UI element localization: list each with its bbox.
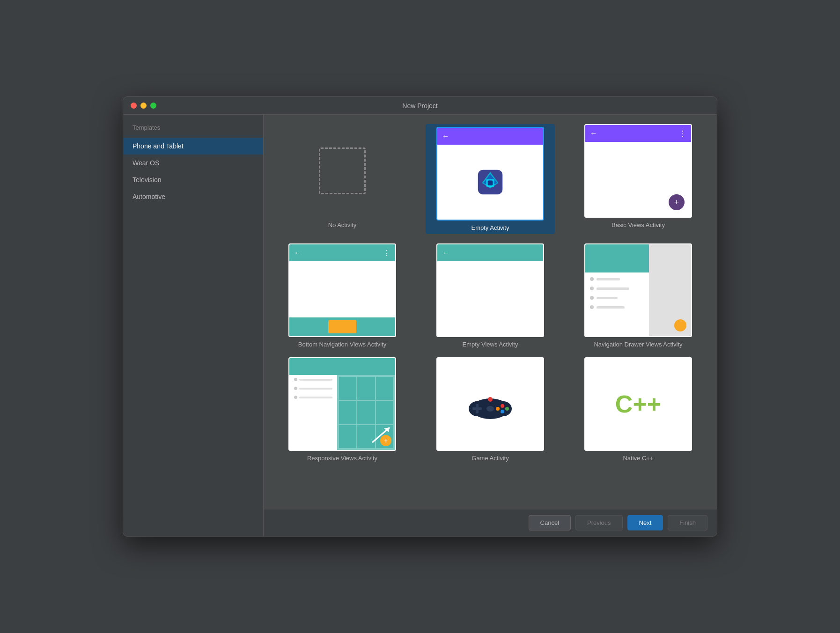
back-arrow-icon4: ← (442, 249, 449, 257)
previous-button[interactable]: Previous (575, 515, 623, 530)
back-arrow-icon2: ← (590, 129, 597, 138)
template-empty-activity[interactable]: ← Empty Ac (426, 124, 555, 234)
svg-point-17 (486, 406, 494, 412)
template-responsive[interactable]: + Responsive Views Activity (278, 357, 407, 462)
template-cpp[interactable]: C++ Native C++ (574, 357, 703, 462)
content-area: Templates Phone and Tablet Wear OS Telev… (123, 115, 717, 536)
empty-views-label: Empty Views Activity (463, 341, 518, 348)
nav-drawer-fab (674, 319, 686, 331)
dashed-box-icon (319, 147, 366, 194)
svg-point-16 (488, 397, 493, 402)
android-logo-icon (474, 166, 507, 199)
titlebar: New Project (123, 97, 717, 115)
basic-views-label: Basic Views Activity (612, 221, 665, 228)
cancel-button[interactable]: Cancel (529, 515, 571, 530)
three-dots-icon: ⋮ (679, 129, 686, 138)
empty-views-bar: ← (437, 244, 543, 261)
dialog-footer: Cancel Previous Next Finish (264, 509, 717, 536)
empty-activity-body (437, 145, 543, 220)
no-activity-preview (288, 124, 396, 218)
empty-activity-preview: ← (436, 127, 544, 221)
empty-views-body (437, 261, 543, 336)
resp-header (289, 358, 395, 375)
sidebar-item-wear-os[interactable]: Wear OS (123, 155, 263, 171)
resp-row-3 (291, 395, 335, 400)
drawer-panel (585, 244, 649, 336)
cpp-preview: C++ (584, 357, 692, 451)
drawer-circle-icon (592, 252, 605, 265)
no-activity-label: No Activity (328, 221, 357, 228)
responsive-label: Responsive Views Activity (307, 455, 377, 462)
basic-views-preview: ← ⋮ + (584, 124, 692, 218)
back-arrow-icon3: ← (294, 249, 302, 257)
minimize-button[interactable] (140, 103, 147, 109)
cpp-logo-icon: C++ (615, 390, 661, 418)
game-controller-icon (467, 385, 514, 423)
template-empty-views[interactable]: ← Empty Views Activity (426, 243, 555, 348)
resp-row-2 (291, 386, 335, 391)
svg-point-14 (501, 410, 504, 413)
sidebar: Templates Phone and Tablet Wear OS Telev… (123, 115, 264, 536)
next-button[interactable]: Next (627, 515, 663, 530)
template-game[interactable]: Game Activity (426, 357, 555, 462)
responsive-preview: + (288, 357, 396, 451)
svg-rect-4 (488, 181, 493, 186)
sidebar-item-television[interactable]: Television (123, 171, 263, 188)
resp-row-1 (291, 377, 335, 382)
template-basic-views[interactable]: ← ⋮ + Basic Views Activity (574, 124, 703, 234)
plus-fab-icon: + (669, 194, 685, 210)
template-no-activity[interactable]: No Activity (278, 124, 407, 234)
template-grid: No Activity ← (264, 115, 717, 509)
cpp-label: Native C++ (623, 455, 653, 462)
three-dots-icon2: ⋮ (383, 249, 391, 258)
resp-list-side (289, 375, 337, 450)
back-arrow-icon: ← (442, 132, 449, 140)
traffic-lights (131, 103, 156, 109)
window-title: New Project (402, 102, 437, 110)
basic-views-bar: ← ⋮ (585, 125, 691, 142)
finish-button[interactable]: Finish (668, 515, 707, 530)
close-button[interactable] (131, 103, 137, 109)
nav-drawer-preview (584, 243, 692, 337)
main-window: New Project Templates Phone and Tablet W… (123, 96, 717, 537)
nav-drawer-label: Navigation Drawer Views Activity (594, 341, 682, 348)
empty-views-preview: ← (436, 243, 544, 337)
game-preview (436, 357, 544, 451)
svg-point-13 (505, 407, 509, 411)
drawer-content (585, 272, 649, 336)
template-nav-drawer[interactable]: Navigation Drawer Views Activity (574, 243, 703, 348)
game-label: Game Activity (472, 455, 508, 462)
nav-active-tab (328, 320, 356, 333)
bottom-nav-bar: ← ⋮ (289, 244, 395, 261)
svg-point-12 (501, 404, 504, 408)
empty-activity-label: Empty Activity (472, 224, 509, 231)
resp-fab: + (380, 435, 391, 446)
empty-activity-bar: ← (437, 128, 543, 145)
bottom-nav-body (289, 261, 395, 317)
bottom-nav-bar-row (289, 317, 395, 336)
sidebar-item-automotive[interactable]: Automotive (123, 188, 263, 205)
maximize-button[interactable] (150, 103, 156, 109)
template-main: No Activity ← (264, 115, 717, 536)
template-bottom-nav[interactable]: ← ⋮ Bottom Navigation Views Activity (278, 243, 407, 348)
bottom-nav-preview: ← ⋮ (288, 243, 396, 337)
sidebar-item-phone-tablet[interactable]: Phone and Tablet (123, 138, 263, 155)
drawer-header (585, 244, 649, 272)
bottom-nav-label: Bottom Navigation Views Activity (298, 341, 386, 348)
svg-rect-11 (476, 404, 479, 413)
svg-point-15 (496, 407, 500, 411)
sidebar-title: Templates (123, 124, 263, 138)
